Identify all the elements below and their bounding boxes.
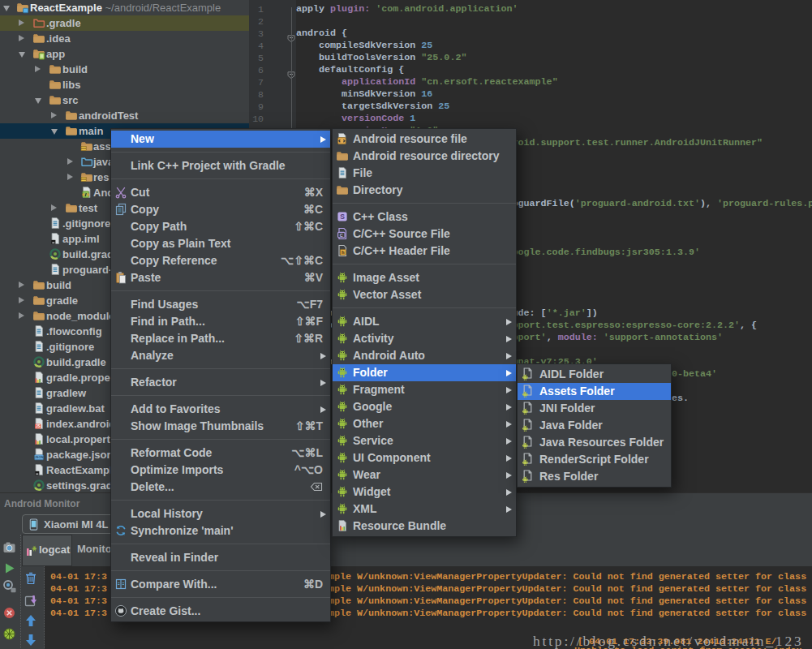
svg-text:S: S: [340, 213, 345, 221]
svg-text:JSON: JSON: [35, 455, 44, 459]
svg-text:C: C: [340, 233, 343, 238]
svg-text:JS: JS: [36, 424, 41, 428]
svg-text:h: h: [342, 250, 345, 256]
